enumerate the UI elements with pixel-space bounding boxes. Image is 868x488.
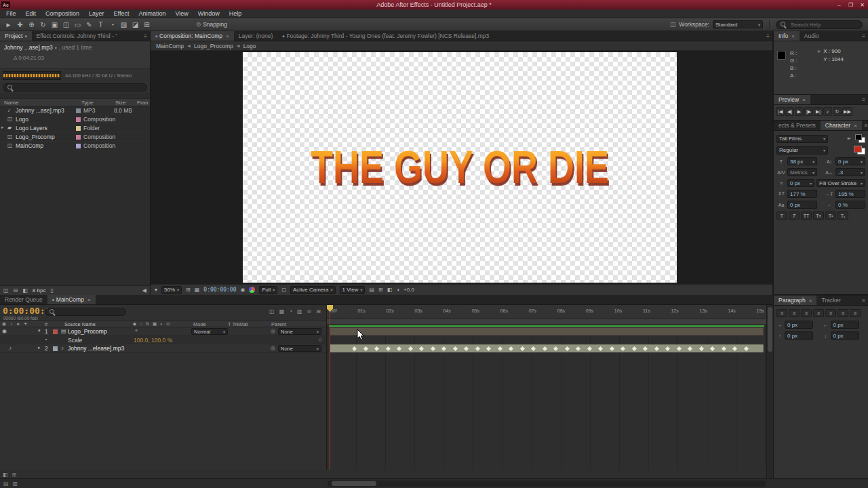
keyframe-icon[interactable] xyxy=(576,346,580,350)
snapping-toggle[interactable]: ⊙ Snapping xyxy=(196,21,227,28)
property-name[interactable]: Scale xyxy=(68,337,82,344)
clone-stamp-tool-icon[interactable]: ▨ xyxy=(118,21,130,28)
hand-tool-icon[interactable]: ✚ xyxy=(14,21,26,28)
tab-layer[interactable]: Layer: (none) xyxy=(234,31,278,41)
speaker-icon[interactable]: ♪ xyxy=(9,345,12,351)
twirl-icon[interactable]: ▸ xyxy=(38,345,41,350)
timeline-search[interactable] xyxy=(45,308,126,316)
audio-duration-bar[interactable] xyxy=(330,344,764,352)
new-folder-icon[interactable]: ⊟ xyxy=(14,287,18,293)
help-search-input[interactable] xyxy=(789,21,858,28)
parent-select[interactable]: None ▾ xyxy=(278,345,321,352)
help-search[interactable] xyxy=(776,20,863,29)
shape-tool-icon[interactable]: ▭ xyxy=(72,21,83,28)
stroke-width-field[interactable]: 0 px ▾ xyxy=(787,179,814,187)
keyframe-icon[interactable] xyxy=(587,346,591,350)
tsume-field[interactable]: 0 % xyxy=(835,201,865,209)
tab-audio[interactable]: Audio xyxy=(800,31,824,41)
grid-icon[interactable]: ⊞ xyxy=(186,287,191,293)
exposure-icon[interactable]: ◑ xyxy=(396,287,399,293)
project-search-input[interactable] xyxy=(16,84,142,92)
close-button[interactable]: ✕ xyxy=(856,2,868,8)
selected-item-name[interactable]: Johnny ...ase].mp3 xyxy=(4,44,53,51)
motion-blur-icon[interactable]: ⊙ xyxy=(307,308,312,314)
leading-field[interactable]: 0 px ▾ xyxy=(835,157,865,165)
graph-editor-icon[interactable]: ⊞ xyxy=(316,308,321,314)
first-frame-button[interactable]: |◀ xyxy=(776,107,785,116)
baseline-shift-field[interactable]: 0 px xyxy=(787,201,817,209)
keyframe-icon[interactable] xyxy=(353,346,357,350)
menu-item[interactable]: Layer xyxy=(84,10,109,17)
frame-blending-icon[interactable]: ▥ xyxy=(297,308,302,314)
keyframe-icon[interactable] xyxy=(430,346,435,350)
column-source-name[interactable]: Source Name xyxy=(64,321,96,327)
trash-icon[interactable]: ▯ xyxy=(50,287,53,293)
keyframe-icon[interactable] xyxy=(721,346,726,350)
keyframe-icon[interactable] xyxy=(408,346,412,350)
keyframe-icon[interactable] xyxy=(620,346,625,350)
tab-effect-controls[interactable]: Effect Controls: Johnny Third - Yo xyxy=(32,31,121,41)
Johnny ...ase].mp3[interactable]: ♪ Johnny ...ase].mp3 MP3 8.0 MB xyxy=(0,106,150,115)
space-before-field[interactable]: ↑ 0 px xyxy=(776,331,820,340)
draft-3d-icon[interactable]: ▦ xyxy=(279,308,285,314)
tab-render-queue[interactable]: Render Queue xyxy=(0,295,47,304)
font-style-select[interactable]: Regular ▾ xyxy=(776,146,828,155)
scrollbar-thumb[interactable] xyxy=(768,307,772,352)
tab-footage[interactable]: ■ Footage: Johnny Third - Young Ones (fe… xyxy=(277,31,494,41)
region-of-interest-icon[interactable]: ◻ xyxy=(281,287,286,293)
menu-item[interactable]: Composition xyxy=(41,10,84,17)
work-area-bar[interactable] xyxy=(327,319,766,325)
keyframe-icon[interactable] xyxy=(509,346,513,350)
puppet-pin-tool-icon[interactable]: ⊞ xyxy=(141,21,153,28)
keyframe-icon[interactable] xyxy=(609,346,614,350)
panel-menu-icon[interactable]: ≡ xyxy=(859,31,868,41)
twirl-icon[interactable]: ▾ xyxy=(38,328,41,333)
align-right-button[interactable]: ≡ xyxy=(801,309,812,317)
audio-toggle-button[interactable]: ♪ xyxy=(823,107,832,116)
panel-menu-icon[interactable]: ≡ xyxy=(862,121,868,130)
brush-tool-icon[interactable]: ◔ xyxy=(106,21,118,28)
keyframe-icon[interactable] xyxy=(676,346,681,350)
label-color-chip[interactable] xyxy=(76,135,81,140)
project-search[interactable] xyxy=(3,83,147,92)
panel-menu-icon[interactable]: ≡ xyxy=(859,95,868,104)
resolution-select[interactable]: Full ▾ xyxy=(259,286,277,294)
Logo Layers[interactable]: ▸ ▰ Logo Layers Folder xyxy=(0,124,150,133)
panel-menu-icon[interactable]: ≡ xyxy=(764,31,772,41)
justify-all-button[interactable]: ≡ xyxy=(850,309,861,317)
layer-name[interactable]: Johnny ...elease].mp3 xyxy=(68,345,124,352)
keyframe-icon[interactable] xyxy=(743,346,748,350)
Logo_Procomp[interactable]: ◫ Logo_Procomp Composition xyxy=(0,133,150,142)
layer-row-2[interactable]: ♪ ▸ 2 ♪ Johnny ...elease].mp3 ◎ None ▾ xyxy=(0,344,326,353)
horizontal-scale-field[interactable]: 195 % xyxy=(835,190,865,198)
parent-select[interactable]: None ▾ xyxy=(278,328,321,335)
keyframe-icon[interactable] xyxy=(452,346,457,350)
view-layout-select[interactable]: 1 View ▾ xyxy=(340,286,366,294)
keyframe-icon[interactable] xyxy=(643,346,648,350)
fill-stroke-swatch[interactable] xyxy=(854,146,865,155)
menu-item[interactable]: File xyxy=(1,10,21,17)
font-size-field[interactable]: 38 px ▾ xyxy=(787,157,817,165)
keyframe-icon[interactable] xyxy=(531,346,536,350)
keyframe-icon[interactable] xyxy=(519,346,524,350)
chevron-down-icon[interactable]: ▾ xyxy=(155,287,157,293)
tab-close-icon[interactable]: × xyxy=(87,297,91,303)
tab-character[interactable]: Character × xyxy=(821,121,862,130)
property-row-scale[interactable]: ◔ Scale 100.0, 100.0 % ◇ xyxy=(0,336,326,344)
timeline-horizontal-scrollbar[interactable] xyxy=(328,481,766,487)
keyframe-icon[interactable] xyxy=(441,346,446,350)
expander-icon[interactable]: ▸ xyxy=(1,125,4,130)
layer-color-chip[interactable] xyxy=(53,329,58,334)
faux-italic-button[interactable]: T xyxy=(789,211,800,220)
keyframe-icon[interactable] xyxy=(710,346,715,350)
menu-item[interactable]: View xyxy=(170,10,193,17)
tab-close-icon[interactable]: × xyxy=(802,97,806,103)
tab-close-icon[interactable]: × xyxy=(809,298,812,304)
pickwhip-icon[interactable]: ◎ xyxy=(271,345,275,351)
black-white-swatch[interactable] xyxy=(855,134,865,143)
eyedropper-icon[interactable]: ✒ xyxy=(844,136,854,142)
subscript-button[interactable]: T₁ xyxy=(837,211,848,220)
layer-switch-icon[interactable]: ✦ xyxy=(134,328,138,333)
layer-duration-bar[interactable] xyxy=(330,327,764,336)
eye-icon[interactable]: ◉ xyxy=(2,328,7,334)
